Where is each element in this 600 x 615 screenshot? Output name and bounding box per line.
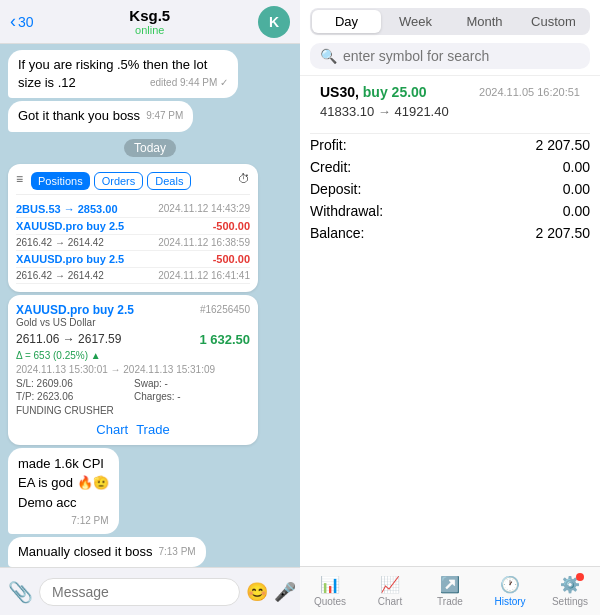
nav-item-history[interactable]: 🕐 History bbox=[480, 571, 540, 611]
trade-delta: Δ = 653 (0.25%) ▲ bbox=[16, 350, 250, 361]
settings-icon: ⚙️ bbox=[560, 575, 580, 594]
trade-description: Gold vs US Dollar bbox=[16, 317, 250, 328]
tab-month[interactable]: Month bbox=[450, 10, 519, 33]
message-input[interactable] bbox=[39, 578, 240, 606]
trade-button[interactable]: Trade bbox=[136, 422, 169, 437]
tab-custom[interactable]: Custom bbox=[519, 10, 588, 33]
message-item: Got it thank you boss 9:47 PM bbox=[8, 101, 193, 131]
search-input[interactable] bbox=[343, 48, 580, 64]
nav-item-chart[interactable]: 📈 Chart bbox=[360, 571, 420, 611]
trade-id: #16256450 bbox=[200, 304, 250, 315]
card-actions: Chart Trade bbox=[16, 422, 250, 437]
nav-label-chart: Chart bbox=[378, 596, 402, 607]
trade-icon: ↗️ bbox=[440, 575, 460, 594]
stat-row-profit: Profit: 2 207.50 bbox=[310, 134, 590, 156]
tab-orders[interactable]: Orders bbox=[94, 172, 144, 190]
nav-item-settings[interactable]: ⚙️ Settings bbox=[540, 571, 600, 611]
stat-value: 2 207.50 bbox=[536, 225, 591, 241]
messages-container[interactable]: If you are risking .5% then the lot size… bbox=[0, 44, 300, 567]
trade-symbol-label: US30, buy 25.00 bbox=[320, 84, 427, 100]
message-text: made 1.6k CPIEA is god 🔥🫡Demo acc bbox=[18, 454, 109, 513]
bottom-nav: 📊 Quotes 📈 Chart ↗️ Trade 🕐 History ⚙️ S… bbox=[300, 566, 600, 615]
history-icon: 🕐 bbox=[500, 575, 520, 594]
tab-week[interactable]: Week bbox=[381, 10, 450, 33]
trade-profit: 1 632.50 bbox=[199, 332, 250, 347]
stat-row-withdrawal: Withdrawal: 0.00 bbox=[310, 200, 590, 222]
back-count: 30 bbox=[18, 14, 34, 30]
trade-date-range: 2024.11.13 15:30:01 → 2024.11.13 15:31:0… bbox=[16, 364, 250, 375]
avatar-letter: K bbox=[269, 14, 279, 30]
nav-item-trade[interactable]: ↗️ Trade bbox=[420, 571, 480, 611]
period-tabs: Day Week Month Custom bbox=[310, 8, 590, 35]
sticker-icon[interactable]: 😊 bbox=[246, 581, 268, 603]
tab-positions[interactable]: Positions bbox=[31, 172, 90, 190]
funding-label: FUNDING CRUSHER bbox=[16, 405, 250, 416]
message-item: If you are risking .5% then the lot size… bbox=[8, 50, 238, 98]
trade-timestamp: 2024.11.05 16:20:51 bbox=[479, 86, 580, 98]
back-button[interactable]: ‹ 30 bbox=[10, 11, 34, 32]
trade-price-row: 2611.06 → 2617.59 1 632.50 bbox=[16, 332, 250, 347]
trade-symbol: XAUUSD.pro buy 2.5 bbox=[16, 303, 134, 317]
tab-deals[interactable]: Deals bbox=[147, 172, 191, 190]
contact-status: online bbox=[42, 24, 258, 36]
stats-table: Profit: 2 207.50 Credit: 0.00 Deposit: 0… bbox=[310, 134, 590, 244]
trading-panel: Day Week Month Custom 🔍 US30, buy 25.00 … bbox=[300, 0, 600, 615]
trading-content: US30, buy 25.00 2024.11.05 16:20:51 4183… bbox=[300, 76, 600, 615]
chart-button[interactable]: Chart bbox=[96, 422, 128, 437]
message-time: 7:12 PM bbox=[71, 514, 108, 528]
trade-header-row: US30, buy 25.00 2024.11.05 16:20:51 bbox=[320, 84, 580, 100]
search-icon: 🔍 bbox=[320, 48, 337, 64]
chat-header: ‹ 30 Ksg.5 online K bbox=[0, 0, 300, 44]
trading-header: Day Week Month Custom 🔍 bbox=[300, 0, 600, 76]
trade-info-section: US30, buy 25.00 2024.11.05 16:20:51 4183… bbox=[310, 76, 590, 134]
table-row: 2616.42 → 2614.42 2024.11.12 16:38:59 bbox=[16, 235, 250, 251]
mic-icon[interactable]: 🎤 bbox=[274, 581, 296, 603]
stat-label: Deposit: bbox=[310, 181, 361, 197]
chart-icon: 📈 bbox=[380, 575, 400, 594]
quotes-icon: 📊 bbox=[320, 575, 340, 594]
trade-list-card: ≡ Positions Orders Deals ⏱ 2BUS.53 → 285… bbox=[8, 164, 258, 292]
nav-label-quotes: Quotes bbox=[314, 596, 346, 607]
stat-value: 0.00 bbox=[563, 159, 590, 175]
trade-detail-card: XAUUSD.pro buy 2.5 #16256450 Gold vs US … bbox=[8, 295, 258, 445]
message-time: edited 9:44 PM ✓ bbox=[150, 76, 228, 90]
avatar: K bbox=[258, 6, 290, 38]
message-time: 7:13 PM bbox=[158, 545, 195, 559]
tab-day[interactable]: Day bbox=[312, 10, 381, 33]
table-row: XAUUSD.pro buy 2.5 -500.00 bbox=[16, 251, 250, 268]
contact-name: Ksg.5 bbox=[42, 7, 258, 24]
table-row: XAUUSD.pro buy 2.5 -500.00 bbox=[16, 218, 250, 235]
message-item: made 1.6k CPIEA is god 🔥🫡Demo acc 7:12 P… bbox=[8, 448, 119, 535]
stat-value: 2 207.50 bbox=[536, 137, 591, 153]
chat-panel: ‹ 30 Ksg.5 online K If you are risking .… bbox=[0, 0, 300, 615]
message-item: Manually closed it boss 7:13 PM bbox=[8, 537, 206, 567]
settings-badge bbox=[576, 573, 584, 581]
search-bar: 🔍 bbox=[310, 43, 590, 69]
stat-row-balance: Balance: 2 207.50 bbox=[310, 222, 590, 244]
stat-value: 0.00 bbox=[563, 203, 590, 219]
chat-input-bar: 📎 😊 🎤 bbox=[0, 567, 300, 615]
tab-icon: ≡ bbox=[16, 172, 23, 190]
stat-label: Profit: bbox=[310, 137, 347, 153]
stat-label: Balance: bbox=[310, 225, 364, 241]
nav-label-history: History bbox=[494, 596, 525, 607]
clock-icon: ⏱ bbox=[238, 172, 250, 190]
trade-price-range: 41833.10 → 41921.40 bbox=[320, 104, 580, 119]
trade-card-tabs: ≡ Positions Orders Deals ⏱ bbox=[16, 172, 250, 195]
stat-label: Withdrawal: bbox=[310, 203, 383, 219]
message-text: Manually closed it boss bbox=[18, 544, 152, 559]
back-arrow-icon: ‹ bbox=[10, 11, 16, 32]
trade-sl-tp: S/L: 2609.06 Swap: - T/P: 2623.06 Charge… bbox=[16, 378, 250, 402]
stat-label: Credit: bbox=[310, 159, 351, 175]
contact-info: Ksg.5 online bbox=[42, 7, 258, 36]
trade-direction: buy 25.00 bbox=[363, 84, 427, 100]
nav-label-trade: Trade bbox=[437, 596, 463, 607]
nav-item-quotes[interactable]: 📊 Quotes bbox=[300, 571, 360, 611]
message-time: 9:47 PM bbox=[146, 109, 183, 123]
table-row: 2616.42 → 2614.42 2024.11.12 16:41:41 bbox=[16, 268, 250, 284]
table-row: 2BUS.53 → 2853.00 2024.11.12 14:43:29 bbox=[16, 201, 250, 218]
message-text: Got it thank you boss bbox=[18, 108, 140, 123]
stat-row-deposit: Deposit: 0.00 bbox=[310, 178, 590, 200]
attach-icon[interactable]: 📎 bbox=[8, 580, 33, 604]
date-divider: Today bbox=[124, 139, 176, 157]
